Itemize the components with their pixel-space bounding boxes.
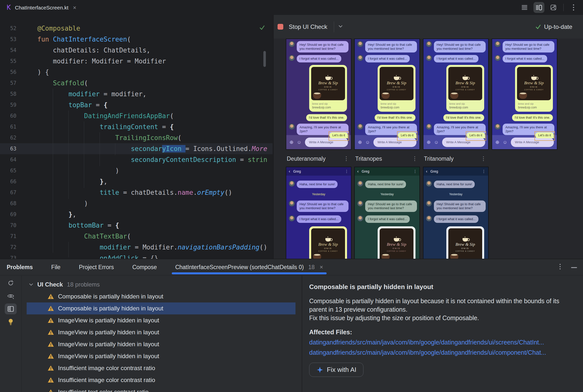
affected-file-link[interactable]: datingandfriends/src/main/java/com/ibm/g… (309, 349, 573, 356)
code-line: 66 }, (0, 176, 272, 187)
config-menu-icon[interactable]: ⋮ (344, 156, 349, 162)
split-view-icon[interactable] (533, 2, 544, 13)
code-editor[interactable]: 52@Composable53fun ChatInterfaceScreen(5… (0, 15, 272, 259)
brew-sip-image: Brew & SipONIDCOFFEE & CANDY (380, 228, 413, 259)
chat-menu-icon[interactable]: ⋮ (482, 169, 486, 174)
add-icon[interactable]: ⊕ (358, 139, 362, 145)
problem-row[interactable]: ImageView is partially hidden in layout (27, 350, 296, 362)
emoji-icon[interactable]: ☺ (297, 140, 302, 145)
refresh-icon[interactable] (5, 278, 17, 288)
layout-issue-highlight (397, 131, 417, 141)
chat-bubble: I forgot what it was called... (503, 55, 547, 62)
brew-sip-image: Brew & SipONIDCOFFEE & CANDY (311, 67, 345, 100)
back-icon[interactable]: ‹ (289, 169, 290, 174)
add-icon[interactable]: ⊕ (495, 139, 499, 145)
link-preview-card: Brew & SipONIDCOFFEE & CANDYbrew and sip… (378, 226, 415, 259)
lightbulb-icon[interactable] (5, 316, 17, 327)
phone-preview: ‹Greg⋮Haha, next time for sure!Yesterday… (354, 167, 420, 259)
tab-project-errors[interactable]: Project Errors (79, 264, 114, 270)
editor-tab-bar: ChatInterfaceScreen.kt × (0, 0, 583, 15)
brand-subtitle: ONID (530, 86, 538, 88)
avatar (289, 180, 295, 186)
chevron-down-icon[interactable] (338, 24, 343, 29)
config-menu-icon[interactable]: ⋮ (412, 156, 417, 162)
problem-row[interactable]: Composable is partially hidden in layout (27, 290, 296, 302)
code-text: TrailingIconsRow( (37, 132, 181, 143)
stop-ui-check-button[interactable]: Stop UI Check (289, 24, 327, 30)
avatar (357, 216, 363, 221)
chat-menu-icon[interactable]: ⋮ (413, 169, 417, 174)
stop-icon[interactable] (277, 24, 283, 30)
code-text: secondaryIcon = Icons.Outlined.More (37, 143, 267, 154)
problem-row[interactable]: ImageView is partially hidden in layout (27, 314, 296, 326)
problem-row[interactable]: Composable is partially hidden in layout (27, 302, 296, 314)
code-view-icon[interactable] (519, 2, 530, 13)
tab-file[interactable]: File (51, 264, 61, 270)
tab-compose[interactable]: Compose (132, 264, 157, 270)
avatar (495, 41, 501, 47)
chat-message-left: I forgot what it was called... (426, 55, 486, 62)
tab-chatinterfacescreenpreview-sortedchatdetails-0-[interactable]: ChatInterfaceScreenPreview (sortedChatDe… (175, 264, 323, 270)
editor-tab-title: ChatInterfaceScreen.kt (15, 5, 69, 11)
code-line: 61 trailingContent = { (0, 122, 272, 132)
design-view-icon[interactable] (548, 2, 559, 13)
details-view-icon[interactable] (5, 304, 17, 314)
avatar (495, 55, 501, 61)
editor-tab[interactable]: ChatInterfaceScreen.kt × (4, 2, 79, 14)
add-icon[interactable]: ⊕ (427, 139, 431, 145)
affected-file-link[interactable]: datingandfriends/src/main/java/com/ibm/g… (309, 339, 573, 346)
config-menu-icon[interactable]: ⋮ (481, 156, 486, 162)
chat-message-left: Haha, next time for sure! (357, 180, 417, 188)
toolbar-divider (563, 4, 563, 11)
problem-title: Composable is partially hidden in layout (309, 283, 573, 291)
tool-window-title[interactable]: Problems (7, 264, 33, 270)
card-caption: brew and sip (312, 102, 345, 105)
config-name: Tritanomaly (424, 156, 454, 162)
problem-row[interactable]: Insufficient text color contrast ratio (27, 386, 296, 392)
line-number: 68 (0, 198, 17, 209)
problems-list: UI Check 18 problems Composable is parti… (22, 276, 301, 392)
emoji-icon[interactable]: ☺ (434, 140, 439, 145)
fix-with-ai-button[interactable]: Fix with AI (309, 363, 364, 377)
preview-panel: Stop UI Check Up-to-date Hey! Should we … (273, 15, 583, 259)
add-icon[interactable]: ⊕ (289, 139, 294, 145)
inspection-ok-icon[interactable] (259, 24, 265, 32)
problem-row[interactable]: Insufficient image color contrast ratio (27, 374, 296, 386)
problems-group[interactable]: UI Check 18 problems (22, 278, 100, 290)
avatar (426, 216, 432, 221)
minimize-icon[interactable] (571, 265, 577, 270)
config-name: Deuteranomaly (287, 156, 326, 162)
chat-menu-icon[interactable]: ⋮ (345, 169, 349, 174)
code-line: 69 }, (0, 209, 272, 220)
problem-text: Composable is partially hidden in layout (58, 305, 163, 312)
coffee-photo (313, 255, 321, 259)
emoji-icon[interactable]: ☺ (503, 140, 507, 145)
emoji-icon[interactable]: ☺ (365, 140, 370, 145)
code-line: 60 DatingAndFriendsAppBar( (0, 110, 272, 122)
editor-scrollbar[interactable] (263, 51, 266, 67)
chat-bubble-outgoing: I'd love that! It's this one. (306, 114, 347, 121)
code-text: DatingAndFriendsAppBar( (37, 110, 174, 122)
problem-row[interactable]: ImageView is partially hidden in layout (27, 326, 296, 338)
line-number: 60 (0, 110, 17, 122)
tab-close-icon[interactable]: × (73, 4, 76, 11)
chat-bubble: Hey! Should we go to that cafe you menti… (297, 41, 349, 52)
fix-with-ai-label: Fix with AI (327, 366, 356, 374)
back-icon[interactable]: ‹ (426, 169, 427, 174)
preview-config-label: Tritanopes⋮ (355, 154, 419, 164)
panel-options-icon[interactable] (559, 264, 561, 271)
problem-fix-hint: Fix this issue by adjusting the size or … (309, 314, 573, 322)
back-icon[interactable]: ‹ (357, 169, 359, 174)
preview-toolbar: Stop UI Check Up-to-date (273, 15, 583, 38)
line-number: 62 (0, 132, 17, 143)
code-line: 73 onAddClick = {} (0, 253, 272, 259)
problem-row[interactable]: Insufficient image color contrast ratio (27, 362, 296, 374)
problem-row[interactable]: ImageView is partially hidden in layout (27, 338, 296, 350)
chat-message-left: I forgot what it was called... (289, 55, 349, 62)
preview-config-label: Deuteranomaly⋮ (287, 154, 351, 164)
chat-message-left: Hey! Should we go to that cafe you menti… (289, 41, 349, 52)
tab-close-icon[interactable]: × (320, 264, 323, 270)
bottom-tabs: Problems FileProject ErrorsComposeChatIn… (0, 259, 583, 275)
more-menu-icon[interactable] (568, 2, 579, 13)
preview-eye-icon[interactable] (5, 290, 17, 302)
